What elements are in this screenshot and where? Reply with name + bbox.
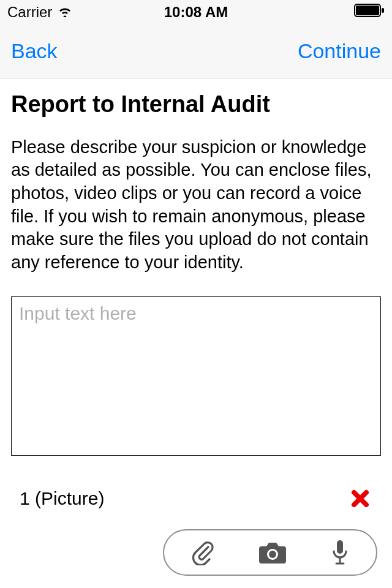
- content: Report to Internal Audit Please describe…: [0, 78, 392, 511]
- page-description: Please describe your suspicion or knowle…: [11, 136, 381, 274]
- wifi-icon: [57, 4, 73, 21]
- status-bar: Carrier 10:08 AM: [0, 0, 392, 24]
- status-time: 10:08 AM: [164, 4, 228, 21]
- camera-button[interactable]: [257, 540, 288, 565]
- back-button[interactable]: Back: [11, 39, 58, 63]
- camera-icon: [257, 540, 288, 565]
- microphone-icon: [331, 539, 349, 566]
- svg-point-4: [269, 551, 276, 558]
- nav-bar: Back Continue: [0, 24, 392, 78]
- continue-button[interactable]: Continue: [298, 39, 381, 63]
- status-left: Carrier: [7, 4, 73, 21]
- microphone-button[interactable]: [331, 539, 349, 566]
- report-textarea[interactable]: [11, 296, 381, 456]
- attachment-toolbar: [163, 529, 377, 576]
- attachment-label: 1 (Picture): [20, 488, 104, 509]
- attach-file-button[interactable]: [191, 540, 214, 565]
- battery-icon: [354, 4, 385, 21]
- page-title: Report to Internal Audit: [11, 91, 381, 119]
- status-right: [354, 4, 385, 21]
- svg-rect-5: [337, 540, 343, 554]
- attachment-row: 1 (Picture): [11, 458, 381, 511]
- paperclip-icon: [191, 540, 214, 565]
- carrier-label: Carrier: [7, 4, 52, 21]
- close-icon: [350, 489, 370, 508]
- svg-rect-1: [356, 6, 379, 15]
- remove-attachment-button[interactable]: [348, 486, 372, 511]
- svg-rect-2: [382, 8, 384, 13]
